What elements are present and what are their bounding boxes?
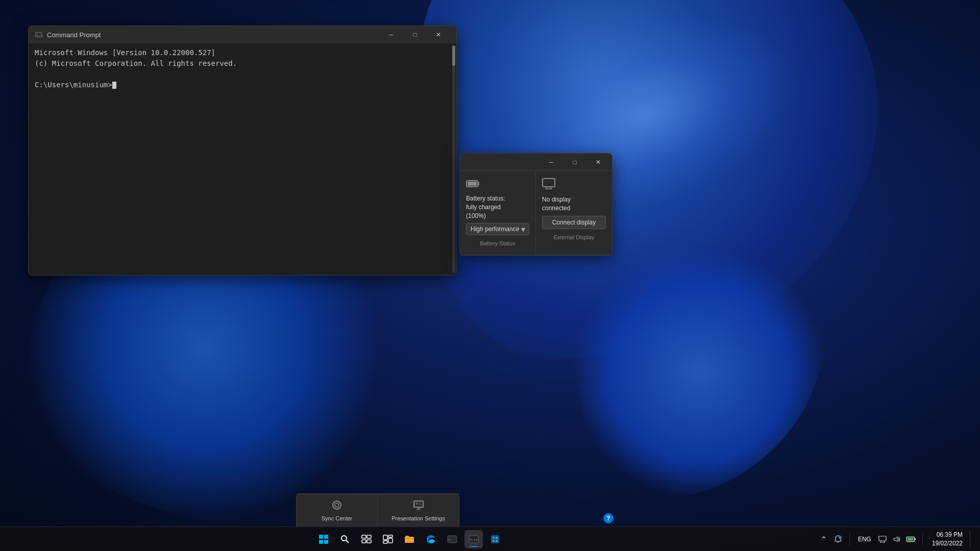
tray-divider: [849, 533, 850, 545]
svg-rect-34: [496, 540, 498, 542]
presentation-settings-cell[interactable]: Presentation Settings: [378, 494, 459, 527]
cmd-close-button[interactable]: ✕: [427, 26, 450, 43]
battery-status-value: fully charged: [466, 203, 505, 212]
svg-rect-18: [362, 535, 366, 538]
connect-display-button[interactable]: Connect display: [542, 216, 606, 229]
presentation-icon: [413, 499, 424, 513]
language-button[interactable]: ENG: [856, 535, 873, 544]
terminal-button[interactable]: >_: [443, 530, 461, 548]
svg-point-9: [333, 501, 341, 509]
monitor-icon: [542, 178, 556, 192]
search-button[interactable]: [336, 530, 354, 548]
cmd-content[interactable]: Microsoft Windows [Version 10.0.22000.52…: [29, 43, 456, 275]
start-button[interactable]: [314, 530, 333, 548]
battery-status-label: Battery status:: [466, 194, 505, 203]
task-view-button[interactable]: [357, 530, 376, 548]
taskbar: >_ C:\>: [0, 527, 980, 551]
presentation-settings-label: Presentation Settings: [391, 515, 445, 521]
svg-rect-33: [493, 540, 495, 542]
display-icon[interactable]: [877, 534, 888, 544]
show-desktop-button[interactable]: [970, 530, 974, 548]
bottom-popup: Sync Center Presentation Settings: [296, 493, 459, 527]
svg-rect-19: [367, 535, 371, 538]
widgets-button[interactable]: [379, 530, 397, 548]
clock-time: 06:39 PM: [932, 531, 963, 539]
svg-rect-14: [419, 503, 422, 504]
sync-center-cell[interactable]: Sync Center: [297, 494, 378, 527]
svg-rect-20: [362, 540, 366, 543]
tray-divider-2: [922, 533, 923, 545]
display-status-line2: connected: [542, 204, 571, 213]
cmd-titlebar: C:\ Command Prompt ─ □ ✕: [29, 26, 456, 43]
sync-icon: [331, 499, 342, 513]
cmd-cursor: [112, 82, 116, 89]
cmd-prompt: C:\Users\minusium>: [35, 81, 112, 89]
bottom-popup-body: Sync Center Presentation Settings: [297, 494, 459, 527]
show-hidden-icons-button[interactable]: [819, 534, 829, 544]
svg-rect-21: [367, 540, 371, 543]
svg-rect-43: [908, 538, 914, 540]
cmd-window: C:\ Command Prompt ─ □ ✕ Microsoft Windo…: [28, 26, 457, 276]
system-tray: 1 ENG: [819, 530, 980, 549]
battery-tray-icon[interactable]: [906, 534, 916, 544]
svg-rect-15: [419, 504, 422, 505]
power-mode-select[interactable]: Balanced High performance Power saver: [466, 223, 529, 235]
power-mode-wrapper[interactable]: Balanced High performance Power saver: [466, 223, 529, 235]
battery-status-text: Battery status: fully charged (100%): [466, 194, 505, 220]
svg-rect-32: [496, 537, 498, 539]
speaker-icon[interactable]: [892, 534, 902, 544]
clock-date: 19/02/2022: [932, 539, 963, 548]
windows-logo-icon: [319, 535, 328, 544]
external-display-cell: No display connected Connect display Ext…: [536, 171, 612, 255]
svg-text:C:\>: C:\>: [470, 538, 478, 541]
cmd-scrollbar-thumb: [452, 45, 455, 66]
wallpaper-swirl-3: [572, 245, 827, 500]
taskbar-center: >_ C:\>: [0, 530, 819, 548]
cmd-minimize-button[interactable]: ─: [380, 26, 403, 43]
svg-rect-30: [491, 535, 499, 543]
svg-rect-37: [879, 536, 886, 541]
power-panel: ─ □ ✕ Battery status: fully charged (100…: [459, 153, 612, 256]
file-explorer-button[interactable]: [400, 530, 419, 548]
external-display-label: External Display: [542, 232, 606, 244]
cmd-window-icon: C:\: [35, 31, 43, 39]
battery-icon: [466, 178, 480, 191]
display-status-line1: No display: [542, 195, 571, 204]
cmd-window-title: Command Prompt: [47, 31, 376, 39]
language-label: ENG: [858, 536, 871, 543]
sync-center-label: Sync Center: [322, 515, 353, 521]
power-maximize-button[interactable]: □: [563, 154, 586, 171]
cmd-line2: (c) Microsoft Corporation. All rights re…: [35, 59, 237, 67]
cmd-window-controls: ─ □ ✕: [380, 26, 450, 43]
cmd-scrollbar[interactable]: [452, 45, 455, 273]
display-status-text: No display connected: [542, 195, 571, 213]
svg-rect-25: [388, 538, 393, 543]
active-indicator: [470, 546, 478, 547]
cmd-maximize-button[interactable]: □: [403, 26, 427, 43]
cmd-line1: Microsoft Windows [Version 10.0.22000.52…: [35, 48, 215, 57]
app-button[interactable]: [486, 530, 504, 548]
svg-rect-10: [414, 501, 423, 507]
svg-rect-42: [914, 538, 916, 540]
battery-status-section-label: Battery Status: [466, 238, 529, 251]
info-icon[interactable]: ?: [603, 513, 614, 523]
clock-display[interactable]: 06:39 PM 19/02/2022: [929, 530, 966, 549]
power-close-button[interactable]: ✕: [586, 154, 610, 171]
svg-rect-5: [543, 179, 555, 187]
svg-line-17: [346, 540, 349, 543]
battery-status-cell: Battery status: fully charged (100%) Bal…: [460, 171, 536, 255]
svg-text:C:\: C:\: [37, 33, 42, 37]
svg-text:>_: >_: [449, 538, 453, 542]
svg-rect-23: [388, 535, 393, 537]
svg-rect-22: [383, 535, 387, 540]
svg-rect-24: [383, 541, 387, 543]
svg-rect-3: [478, 182, 479, 185]
power-minimize-button[interactable]: ─: [540, 154, 563, 171]
svg-rect-13: [415, 503, 418, 505]
edge-button[interactable]: [422, 530, 440, 548]
power-panel-titlebar: ─ □ ✕: [460, 154, 612, 171]
battery-status-percent: (100%): [466, 212, 505, 220]
power-panel-body: Battery status: fully charged (100%) Bal…: [460, 171, 612, 255]
notifications-button[interactable]: 1: [833, 534, 843, 544]
cmd-taskbar-button[interactable]: C:\>: [464, 530, 483, 548]
